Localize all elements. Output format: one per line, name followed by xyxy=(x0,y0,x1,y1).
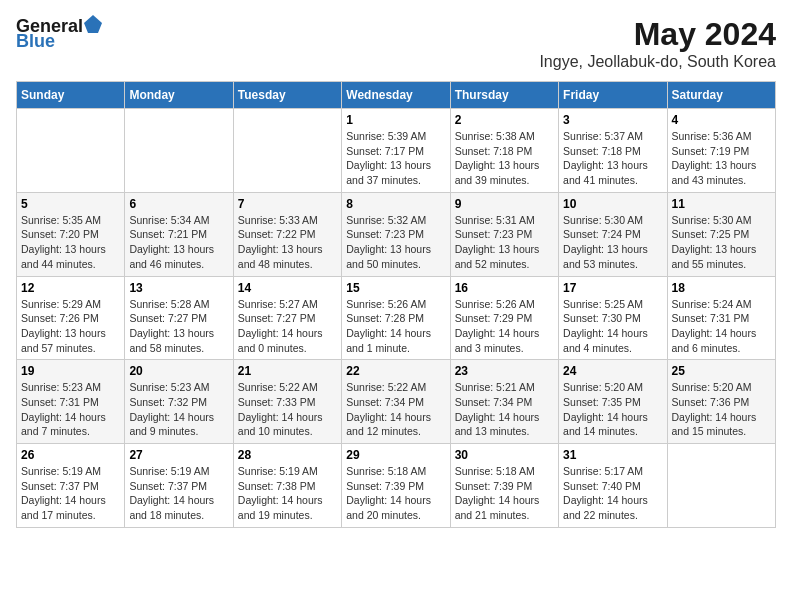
calendar-cell: 9Sunrise: 5:31 AM Sunset: 7:23 PM Daylig… xyxy=(450,192,558,276)
calendar-week-4: 26Sunrise: 5:19 AM Sunset: 7:37 PM Dayli… xyxy=(17,444,776,528)
day-number: 8 xyxy=(346,197,445,211)
header-cell-tuesday: Tuesday xyxy=(233,82,341,109)
calendar-cell: 22Sunrise: 5:22 AM Sunset: 7:34 PM Dayli… xyxy=(342,360,450,444)
calendar-cell: 1Sunrise: 5:39 AM Sunset: 7:17 PM Daylig… xyxy=(342,109,450,193)
calendar-cell: 13Sunrise: 5:28 AM Sunset: 7:27 PM Dayli… xyxy=(125,276,233,360)
day-info: Sunrise: 5:35 AM Sunset: 7:20 PM Dayligh… xyxy=(21,213,120,272)
calendar-cell: 24Sunrise: 5:20 AM Sunset: 7:35 PM Dayli… xyxy=(559,360,667,444)
day-number: 7 xyxy=(238,197,337,211)
day-info: Sunrise: 5:36 AM Sunset: 7:19 PM Dayligh… xyxy=(672,129,771,188)
day-number: 22 xyxy=(346,364,445,378)
calendar-cell: 20Sunrise: 5:23 AM Sunset: 7:32 PM Dayli… xyxy=(125,360,233,444)
calendar-cell: 19Sunrise: 5:23 AM Sunset: 7:31 PM Dayli… xyxy=(17,360,125,444)
calendar-week-2: 12Sunrise: 5:29 AM Sunset: 7:26 PM Dayli… xyxy=(17,276,776,360)
day-info: Sunrise: 5:34 AM Sunset: 7:21 PM Dayligh… xyxy=(129,213,228,272)
day-info: Sunrise: 5:30 AM Sunset: 7:24 PM Dayligh… xyxy=(563,213,662,272)
calendar-cell: 28Sunrise: 5:19 AM Sunset: 7:38 PM Dayli… xyxy=(233,444,341,528)
day-info: Sunrise: 5:17 AM Sunset: 7:40 PM Dayligh… xyxy=(563,464,662,523)
day-info: Sunrise: 5:19 AM Sunset: 7:37 PM Dayligh… xyxy=(129,464,228,523)
day-number: 9 xyxy=(455,197,554,211)
calendar-cell: 12Sunrise: 5:29 AM Sunset: 7:26 PM Dayli… xyxy=(17,276,125,360)
day-number: 25 xyxy=(672,364,771,378)
calendar-cell: 14Sunrise: 5:27 AM Sunset: 7:27 PM Dayli… xyxy=(233,276,341,360)
calendar: SundayMondayTuesdayWednesdayThursdayFrid… xyxy=(16,81,776,528)
day-number: 26 xyxy=(21,448,120,462)
calendar-header-row: SundayMondayTuesdayWednesdayThursdayFrid… xyxy=(17,82,776,109)
calendar-cell: 8Sunrise: 5:32 AM Sunset: 7:23 PM Daylig… xyxy=(342,192,450,276)
calendar-cell: 11Sunrise: 5:30 AM Sunset: 7:25 PM Dayli… xyxy=(667,192,775,276)
day-info: Sunrise: 5:22 AM Sunset: 7:33 PM Dayligh… xyxy=(238,380,337,439)
day-number: 20 xyxy=(129,364,228,378)
day-number: 28 xyxy=(238,448,337,462)
location-title: Ingye, Jeollabuk-do, South Korea xyxy=(539,53,776,71)
calendar-cell: 5Sunrise: 5:35 AM Sunset: 7:20 PM Daylig… xyxy=(17,192,125,276)
day-number: 4 xyxy=(672,113,771,127)
calendar-cell: 26Sunrise: 5:19 AM Sunset: 7:37 PM Dayli… xyxy=(17,444,125,528)
calendar-cell: 6Sunrise: 5:34 AM Sunset: 7:21 PM Daylig… xyxy=(125,192,233,276)
day-info: Sunrise: 5:29 AM Sunset: 7:26 PM Dayligh… xyxy=(21,297,120,356)
calendar-cell: 16Sunrise: 5:26 AM Sunset: 7:29 PM Dayli… xyxy=(450,276,558,360)
day-info: Sunrise: 5:19 AM Sunset: 7:37 PM Dayligh… xyxy=(21,464,120,523)
calendar-cell: 23Sunrise: 5:21 AM Sunset: 7:34 PM Dayli… xyxy=(450,360,558,444)
day-info: Sunrise: 5:20 AM Sunset: 7:35 PM Dayligh… xyxy=(563,380,662,439)
logo: General Blue xyxy=(16,16,102,52)
calendar-cell: 21Sunrise: 5:22 AM Sunset: 7:33 PM Dayli… xyxy=(233,360,341,444)
day-info: Sunrise: 5:32 AM Sunset: 7:23 PM Dayligh… xyxy=(346,213,445,272)
calendar-cell: 4Sunrise: 5:36 AM Sunset: 7:19 PM Daylig… xyxy=(667,109,775,193)
day-number: 30 xyxy=(455,448,554,462)
day-number: 11 xyxy=(672,197,771,211)
day-number: 29 xyxy=(346,448,445,462)
day-info: Sunrise: 5:18 AM Sunset: 7:39 PM Dayligh… xyxy=(455,464,554,523)
calendar-cell: 31Sunrise: 5:17 AM Sunset: 7:40 PM Dayli… xyxy=(559,444,667,528)
day-number: 31 xyxy=(563,448,662,462)
header: General Blue May 2024 Ingye, Jeollabuk-d… xyxy=(16,16,776,71)
day-info: Sunrise: 5:33 AM Sunset: 7:22 PM Dayligh… xyxy=(238,213,337,272)
header-cell-wednesday: Wednesday xyxy=(342,82,450,109)
calendar-cell: 30Sunrise: 5:18 AM Sunset: 7:39 PM Dayli… xyxy=(450,444,558,528)
calendar-cell: 10Sunrise: 5:30 AM Sunset: 7:24 PM Dayli… xyxy=(559,192,667,276)
day-number: 24 xyxy=(563,364,662,378)
day-number: 18 xyxy=(672,281,771,295)
day-info: Sunrise: 5:30 AM Sunset: 7:25 PM Dayligh… xyxy=(672,213,771,272)
day-number: 13 xyxy=(129,281,228,295)
day-info: Sunrise: 5:18 AM Sunset: 7:39 PM Dayligh… xyxy=(346,464,445,523)
calendar-cell: 3Sunrise: 5:37 AM Sunset: 7:18 PM Daylig… xyxy=(559,109,667,193)
calendar-cell xyxy=(125,109,233,193)
day-info: Sunrise: 5:25 AM Sunset: 7:30 PM Dayligh… xyxy=(563,297,662,356)
day-info: Sunrise: 5:27 AM Sunset: 7:27 PM Dayligh… xyxy=(238,297,337,356)
day-info: Sunrise: 5:28 AM Sunset: 7:27 PM Dayligh… xyxy=(129,297,228,356)
day-info: Sunrise: 5:22 AM Sunset: 7:34 PM Dayligh… xyxy=(346,380,445,439)
day-number: 10 xyxy=(563,197,662,211)
header-cell-thursday: Thursday xyxy=(450,82,558,109)
header-cell-sunday: Sunday xyxy=(17,82,125,109)
calendar-cell: 7Sunrise: 5:33 AM Sunset: 7:22 PM Daylig… xyxy=(233,192,341,276)
header-cell-monday: Monday xyxy=(125,82,233,109)
day-info: Sunrise: 5:20 AM Sunset: 7:36 PM Dayligh… xyxy=(672,380,771,439)
logo-blue: Blue xyxy=(16,31,55,52)
title-area: May 2024 Ingye, Jeollabuk-do, South Kore… xyxy=(539,16,776,71)
day-number: 15 xyxy=(346,281,445,295)
day-info: Sunrise: 5:39 AM Sunset: 7:17 PM Dayligh… xyxy=(346,129,445,188)
day-number: 1 xyxy=(346,113,445,127)
calendar-cell: 29Sunrise: 5:18 AM Sunset: 7:39 PM Dayli… xyxy=(342,444,450,528)
calendar-cell: 15Sunrise: 5:26 AM Sunset: 7:28 PM Dayli… xyxy=(342,276,450,360)
calendar-cell: 18Sunrise: 5:24 AM Sunset: 7:31 PM Dayli… xyxy=(667,276,775,360)
calendar-cell: 27Sunrise: 5:19 AM Sunset: 7:37 PM Dayli… xyxy=(125,444,233,528)
day-number: 2 xyxy=(455,113,554,127)
day-info: Sunrise: 5:26 AM Sunset: 7:29 PM Dayligh… xyxy=(455,297,554,356)
month-title: May 2024 xyxy=(539,16,776,53)
day-number: 16 xyxy=(455,281,554,295)
calendar-cell: 2Sunrise: 5:38 AM Sunset: 7:18 PM Daylig… xyxy=(450,109,558,193)
calendar-body: 1Sunrise: 5:39 AM Sunset: 7:17 PM Daylig… xyxy=(17,109,776,528)
calendar-cell xyxy=(17,109,125,193)
calendar-week-0: 1Sunrise: 5:39 AM Sunset: 7:17 PM Daylig… xyxy=(17,109,776,193)
day-number: 17 xyxy=(563,281,662,295)
calendar-week-3: 19Sunrise: 5:23 AM Sunset: 7:31 PM Dayli… xyxy=(17,360,776,444)
day-info: Sunrise: 5:21 AM Sunset: 7:34 PM Dayligh… xyxy=(455,380,554,439)
logo-icon xyxy=(84,15,102,33)
svg-marker-0 xyxy=(84,15,102,33)
day-number: 21 xyxy=(238,364,337,378)
day-info: Sunrise: 5:37 AM Sunset: 7:18 PM Dayligh… xyxy=(563,129,662,188)
day-number: 27 xyxy=(129,448,228,462)
day-info: Sunrise: 5:23 AM Sunset: 7:31 PM Dayligh… xyxy=(21,380,120,439)
